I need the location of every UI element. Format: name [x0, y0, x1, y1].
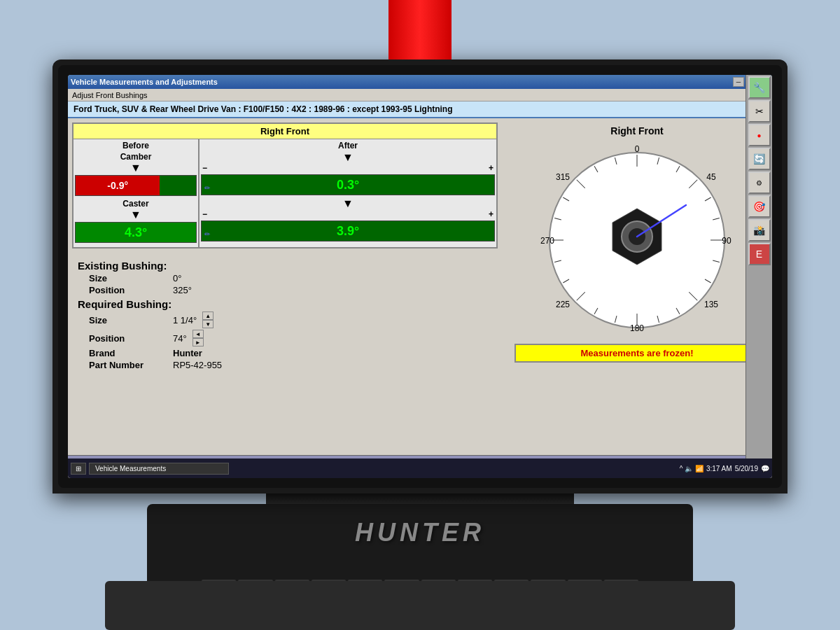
taskbar-time: 3:17 AM: [706, 465, 732, 472]
start-button[interactable]: ⊞: [71, 463, 86, 475]
caster-before-gauge: 4.3°: [75, 222, 197, 243]
brand-row: Brand Hunter: [78, 348, 492, 358]
taskbar-right: ^ 🔈 📶 3:17 AM 5/20/19 💬: [680, 465, 769, 472]
size-down-button[interactable]: ▼: [202, 320, 214, 328]
existing-position-value: 325°: [173, 285, 192, 295]
monitor-shell: Vehicle Measurements and Adjustments ─ □…: [52, 59, 788, 493]
caster-plus-minus: − +: [201, 209, 495, 219]
caster-minus: −: [202, 209, 207, 219]
monitor-bezel: Vehicle Measurements and Adjustments ─ □…: [58, 65, 782, 488]
info-section: Existing Bushing: Size 0° Position 325° …: [72, 254, 498, 374]
camber-after-value: 0.3°: [337, 178, 359, 192]
keyboard-area: [105, 581, 735, 630]
toolbar-icon-5[interactable]: 🎯: [748, 195, 771, 218]
svg-text:270: 270: [540, 236, 554, 246]
required-position-label: Position: [89, 333, 173, 344]
required-size-label: Size: [89, 315, 173, 326]
main-content: Right Front Before Camber ▼: [68, 118, 772, 455]
size-spinner[interactable]: ▲ ▼: [202, 312, 214, 328]
title-bar: Vehicle Measurements and Adjustments ─ □…: [68, 75, 772, 89]
toolbar-icon-0[interactable]: 🔧: [748, 76, 771, 99]
caster-before-value: 4.3°: [125, 225, 147, 240]
existing-size-row: Size 0°: [78, 273, 492, 284]
dial-title: Right Front: [610, 125, 663, 136]
sub-title-bar: Adjust Front Bushings: [68, 89, 772, 102]
svg-text:315: 315: [556, 172, 570, 182]
svg-text:0: 0: [635, 144, 640, 154]
vehicle-info-bar: Ford Truck, SUV & Rear Wheel Drive Van :…: [68, 102, 772, 118]
caster-after-gauge: ✏ 3.9°: [201, 220, 495, 241]
notification-icon[interactable]: 💬: [761, 465, 769, 472]
svg-text:180: 180: [630, 323, 644, 333]
left-panel: Right Front Before Camber ▼: [68, 118, 502, 455]
frozen-status-bar: Measurements are frozen!: [514, 344, 760, 363]
existing-size-label: Size: [89, 273, 173, 284]
caster-after-row: ▼ − + ✏ 3.9°: [201, 198, 495, 241]
toolbar-icon-2[interactable]: ●: [748, 124, 771, 146]
svg-text:90: 90: [722, 236, 732, 246]
toolbar-icon-1[interactable]: ✂: [748, 100, 771, 122]
toolbar-icon-7[interactable]: E: [748, 243, 771, 265]
camber-plus-minus: − +: [201, 163, 495, 173]
caster-after-arrow: ▼: [201, 198, 495, 209]
position-left-button[interactable]: ◄: [192, 330, 204, 338]
taskbar-app-item[interactable]: Vehicle Measurements: [89, 463, 229, 475]
caster-plus: +: [489, 209, 493, 219]
position-right-button[interactable]: ►: [192, 338, 204, 346]
size-up-button[interactable]: ▲: [202, 312, 214, 320]
caster-before-row: Caster ▼ 4.3°: [75, 199, 197, 243]
camber-edit-icon[interactable]: ✏: [204, 184, 210, 192]
taskbar: ⊞ Vehicle Measurements ^ 🔈 📶 3:17 AM 5/2…: [68, 458, 772, 478]
before-column: Before Camber ▼ -0.9°: [74, 139, 200, 247]
after-column: After ▼ − + ✏: [200, 139, 496, 247]
camber-before-gauge: -0.9°: [75, 175, 197, 196]
position-spinner[interactable]: ◄ ►: [192, 330, 204, 346]
required-size-value: 1 1/4°: [173, 315, 197, 326]
caster-edit-icon[interactable]: ✏: [204, 230, 210, 238]
caster-good-fill: 4.3°: [76, 223, 196, 242]
part-number-label: Part Number: [89, 360, 173, 370]
part-number-row: Part Number RP5-42-955: [78, 360, 492, 370]
right-panel: Right Front: [502, 118, 772, 455]
caster-before-arrow: ▼: [75, 209, 197, 220]
window-title: Vehicle Measurements and Adjustments: [71, 78, 218, 86]
camber-after-arrow: ▼: [201, 152, 495, 163]
brand-label: Brand: [89, 348, 173, 358]
taskbar-date: 5/20/19: [735, 465, 758, 472]
svg-text:135: 135: [704, 300, 718, 309]
table-header: Right Front: [74, 124, 496, 139]
existing-bushing-heading: Existing Bushing:: [78, 260, 492, 272]
svg-text:45: 45: [706, 172, 716, 182]
before-label: Before: [75, 141, 197, 150]
toolbar-icon-3[interactable]: 🔄: [748, 148, 771, 170]
dial-wrapper: 0 45 90 135 180 225 270 315: [539, 142, 735, 338]
brand-value: Hunter: [173, 348, 202, 358]
dial-svg: 0 45 90 135 180 225 270 315: [539, 142, 735, 338]
existing-position-row: Position 325°: [78, 285, 492, 295]
measurements-table: Right Front Before Camber ▼: [72, 122, 498, 248]
required-bushing-heading: Required Bushing:: [78, 298, 492, 310]
required-position-value: 74°: [173, 333, 187, 344]
existing-size-value: 0°: [173, 273, 181, 284]
camber-bad-fill: -0.9°: [76, 176, 160, 195]
required-position-row: Position 74° ◄ ►: [78, 330, 492, 346]
required-size-row: Size 1 1/4° ▲ ▼: [78, 312, 492, 328]
system-tray-icons: ^ 🔈 📶: [680, 465, 704, 472]
camber-minus: −: [202, 163, 207, 173]
toolbar-icon-6[interactable]: 📸: [748, 219, 771, 241]
after-label: After: [201, 141, 495, 150]
existing-position-label: Position: [89, 285, 173, 295]
right-toolbar: 🔧 ✂ ● 🔄 ⚙ 🎯 📸 E: [746, 75, 772, 478]
window-subtitle: Adjust Front Bushings: [72, 91, 148, 99]
camber-plus: +: [489, 163, 493, 173]
camber-after-gauge: ✏ 0.3°: [201, 174, 495, 195]
table-columns: Before Camber ▼ -0.9°: [74, 139, 496, 247]
camber-before-row: Camber ▼ -0.9°: [75, 152, 197, 196]
screen: Vehicle Measurements and Adjustments ─ □…: [68, 75, 772, 478]
vehicle-description: Ford Truck, SUV & Rear Wheel Drive Van :…: [74, 104, 453, 114]
svg-text:225: 225: [556, 300, 570, 309]
toolbar-icon-4[interactable]: ⚙: [748, 172, 771, 194]
camber-after-row: ▼ − + ✏ 0.3°: [201, 152, 495, 195]
camber-before-label: Camber: [75, 152, 197, 162]
minimize-button[interactable]: ─: [733, 77, 744, 87]
